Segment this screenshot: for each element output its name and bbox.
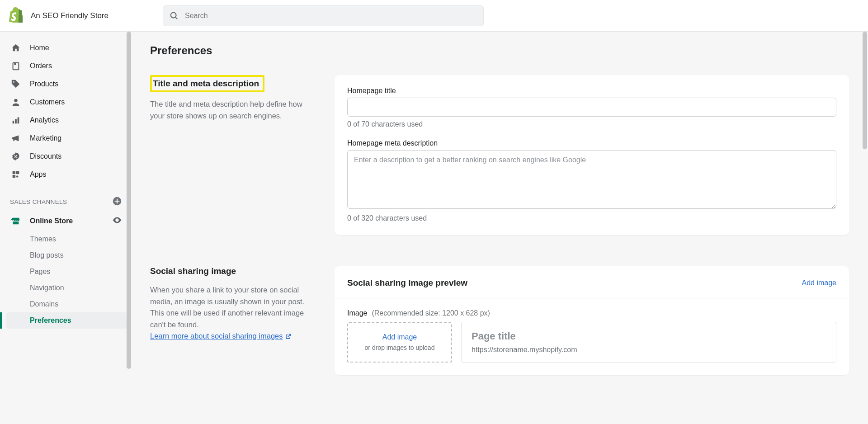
- home-icon: [11, 43, 21, 53]
- svg-point-16: [116, 219, 118, 221]
- homepage-title-label: Homepage title: [347, 87, 836, 95]
- card-divider: [335, 298, 849, 298]
- social-preview-box: Page title https://storename.myshopify.c…: [461, 322, 836, 363]
- svg-point-3: [13, 81, 14, 83]
- social-sharing-card: Social sharing image preview Add image I…: [335, 266, 849, 375]
- svg-rect-14: [16, 176, 19, 177]
- sidebar-item-label: Products: [30, 80, 58, 88]
- sidebar-item-label: Orders: [30, 62, 52, 70]
- section-left: Title and meta description The title and…: [150, 75, 313, 235]
- sidebar-item-blog-posts[interactable]: Blog posts: [6, 247, 127, 264]
- search-icon: [169, 11, 179, 23]
- sidebar-item-pages[interactable]: Pages: [6, 264, 127, 280]
- svg-point-4: [14, 99, 17, 102]
- add-channel-icon[interactable]: [112, 196, 122, 207]
- section-desc: The title and meta description help defi…: [150, 99, 313, 122]
- svg-point-0: [171, 12, 176, 18]
- homepage-meta-field: Homepage meta description 0 of 320 chara…: [347, 139, 836, 222]
- online-store-icon: [11, 216, 21, 226]
- section-heading-social: Social sharing image: [150, 266, 313, 276]
- sidebar-item-analytics[interactable]: Analytics: [6, 111, 127, 129]
- orders-icon: [11, 61, 21, 71]
- section-divider: [150, 248, 849, 248]
- homepage-title-hint: 0 of 70 characters used: [347, 120, 836, 128]
- homepage-meta-label: Homepage meta description: [347, 139, 836, 147]
- sidebar-item-label: Apps: [30, 170, 46, 179]
- add-image-button[interactable]: Add image: [802, 279, 837, 287]
- main-scrollbar[interactable]: [863, 32, 867, 424]
- marketing-icon: [11, 133, 21, 143]
- homepage-meta-hint: 0 of 320 characters used: [347, 214, 836, 222]
- sidebar-item-label: Marketing: [30, 134, 61, 142]
- sidebar-item-orders[interactable]: Orders: [6, 57, 127, 75]
- sidebar-item-themes[interactable]: Themes: [6, 231, 127, 247]
- sidebar-item-preferences[interactable]: Preferences: [6, 312, 127, 329]
- main-content: Preferences Title and meta description T…: [131, 32, 868, 424]
- sidebar-item-customers[interactable]: Customers: [6, 93, 127, 111]
- homepage-meta-textarea[interactable]: [347, 150, 836, 209]
- desc-text: When you share a link to your store on s…: [150, 286, 304, 329]
- learn-more-link[interactable]: Learn more about social sharing images: [150, 330, 292, 342]
- sidebar-item-label: Home: [30, 44, 49, 52]
- image-recommendation: (Recommended size: 1200 x 628 px): [372, 309, 490, 317]
- dropzone-sub-text: or drop images to upload: [365, 344, 435, 351]
- image-dropzone[interactable]: Add image or drop images to upload: [347, 322, 452, 363]
- sidebar-item-label: Discounts: [30, 152, 61, 160]
- store-name: An SEO Friendly Store: [31, 11, 108, 20]
- section-left: Social sharing image When you share a li…: [150, 266, 313, 375]
- logo-wrap: An SEO Friendly Store: [9, 7, 154, 24]
- svg-rect-7: [18, 118, 19, 124]
- products-icon: [11, 79, 21, 89]
- section-heading-title-meta: Title and meta description: [150, 75, 264, 92]
- svg-rect-5: [13, 121, 14, 123]
- preview-title: Page title: [472, 330, 826, 342]
- discounts-icon: [11, 151, 21, 161]
- search-input[interactable]: [163, 5, 484, 26]
- svg-rect-10: [13, 171, 15, 174]
- svg-rect-6: [15, 119, 17, 123]
- homepage-title-field: Homepage title 0 of 70 characters used: [347, 87, 836, 128]
- image-row: Add image or drop images to upload Page …: [347, 322, 836, 363]
- search-wrap: [163, 5, 484, 26]
- sidebar-item-discounts[interactable]: Discounts: [6, 147, 127, 165]
- section-header-label: SALES CHANNELS: [10, 198, 67, 205]
- dropzone-add-link: Add image: [382, 333, 417, 341]
- analytics-icon: [11, 115, 21, 125]
- sidebar-item-home[interactable]: Home: [6, 39, 127, 57]
- card-header: Social sharing image preview: [347, 278, 467, 288]
- apps-icon: [11, 170, 21, 179]
- section-desc-social: When you share a link to your store on s…: [150, 284, 313, 342]
- homepage-title-input[interactable]: [347, 98, 836, 117]
- sidebar-item-products[interactable]: Products: [6, 75, 127, 93]
- section-title-meta: Title and meta description The title and…: [150, 75, 849, 235]
- sidebar-item-label: Customers: [30, 98, 65, 106]
- sidebar-item-navigation[interactable]: Navigation: [6, 280, 127, 296]
- title-meta-card: Homepage title 0 of 70 characters used H…: [335, 75, 849, 235]
- shopify-logo-icon: [9, 7, 23, 24]
- svg-point-9: [16, 157, 17, 158]
- customers-icon: [11, 97, 21, 107]
- svg-line-1: [175, 17, 177, 19]
- sidebar-item-label: Online Store: [30, 217, 73, 225]
- view-store-icon[interactable]: [112, 215, 122, 227]
- sidebar-item-apps[interactable]: Apps: [6, 165, 127, 184]
- topbar: An SEO Friendly Store: [0, 0, 868, 32]
- svg-rect-12: [13, 175, 15, 178]
- section-social-sharing: Social sharing image When you share a li…: [150, 266, 849, 375]
- sidebar: Home Orders Products Customers Analytics…: [0, 32, 131, 424]
- sidebar-item-domains[interactable]: Domains: [6, 296, 127, 312]
- page-title: Preferences: [150, 44, 849, 57]
- sidebar-item-label: Analytics: [30, 116, 59, 124]
- image-label: Image: [347, 309, 367, 317]
- card-header-row: Social sharing image preview Add image: [347, 278, 836, 288]
- svg-point-8: [14, 155, 15, 156]
- external-link-icon: [285, 333, 292, 340]
- sidebar-item-marketing[interactable]: Marketing: [6, 129, 127, 147]
- sidebar-scrollbar[interactable]: [127, 32, 131, 424]
- svg-rect-11: [16, 171, 19, 174]
- sidebar-item-online-store[interactable]: Online Store: [6, 211, 127, 231]
- sales-channels-header: SALES CHANNELS: [6, 184, 127, 211]
- preview-url: https://storename.myshopify.com: [472, 346, 826, 354]
- image-label-row: Image (Recommended size: 1200 x 628 px): [347, 309, 836, 317]
